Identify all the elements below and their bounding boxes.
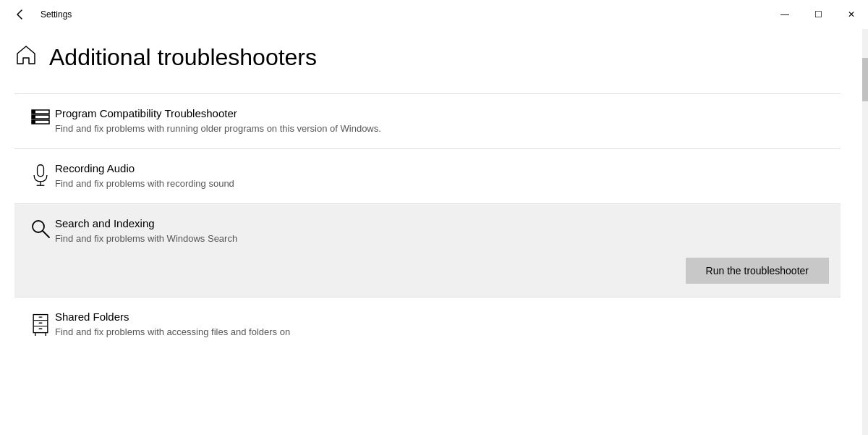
page-header: Additional troubleshooters (14, 43, 841, 72)
search-indexing-row: Search and Indexing Find and fix problem… (26, 217, 829, 245)
minimize-button[interactable]: — (768, 0, 801, 29)
page-title: Additional troubleshooters (49, 44, 317, 71)
troubleshooter-item-search-indexing[interactable]: Search and Indexing Find and fix problem… (14, 203, 841, 296)
recording-audio-icon (26, 162, 55, 187)
main-content: Additional troubleshooters (0, 29, 862, 435)
program-compat-name: Program Compatibility Troubleshooter (55, 107, 829, 119)
shared-folders-desc: Find and fix problems with accessing fil… (55, 326, 829, 339)
troubleshooter-item-shared-folders[interactable]: Shared Folders Find and fix problems wit… (14, 297, 841, 352)
search-indexing-name: Search and Indexing (55, 217, 829, 229)
recording-audio-text: Recording Audio Find and fix problems wi… (55, 162, 829, 190)
troubleshooter-list: Program Compatibility Troubleshooter Fin… (14, 93, 841, 352)
run-troubleshooter-button[interactable]: Run the troubleshooter (686, 258, 829, 284)
search-indexing-text: Search and Indexing Find and fix problem… (55, 217, 829, 245)
home-icon (14, 43, 38, 72)
content-area: Additional troubleshooters (0, 29, 868, 435)
troubleshooter-item-recording-audio[interactable]: Recording Audio Find and fix problems wi… (14, 148, 841, 203)
scrollbar-track[interactable] (862, 29, 868, 435)
back-arrow-icon (14, 9, 26, 20)
window-controls: — ☐ ✕ (768, 0, 868, 29)
shared-folders-name: Shared Folders (55, 311, 829, 323)
troubleshooter-item-program-compat[interactable]: Program Compatibility Troubleshooter Fin… (14, 93, 841, 148)
program-compat-icon (26, 107, 55, 129)
recording-audio-name: Recording Audio (55, 162, 829, 174)
svg-line-10 (43, 231, 49, 237)
settings-window: Settings — ☐ ✕ Additional troubleshooter… (0, 0, 868, 435)
scrollbar-thumb[interactable] (862, 58, 868, 101)
back-button[interactable] (9, 6, 32, 23)
search-indexing-icon (26, 217, 55, 239)
recording-audio-desc: Find and fix problems with recording sou… (55, 177, 829, 190)
title-bar-left: Settings (9, 6, 72, 23)
search-indexing-desc: Find and fix problems with Windows Searc… (55, 232, 829, 245)
window-title: Settings (41, 9, 72, 20)
svg-rect-3 (32, 110, 35, 114)
svg-rect-5 (32, 120, 35, 124)
program-compat-desc: Find and fix problems with running older… (55, 122, 829, 135)
program-compat-text: Program Compatibility Troubleshooter Fin… (55, 107, 829, 135)
svg-rect-6 (38, 165, 44, 177)
close-button[interactable]: ✕ (835, 0, 868, 29)
maximize-button[interactable]: ☐ (801, 0, 835, 29)
shared-folders-icon (26, 311, 55, 337)
shared-folders-text: Shared Folders Find and fix problems wit… (55, 311, 829, 339)
title-bar: Settings — ☐ ✕ (0, 0, 868, 29)
svg-rect-4 (32, 115, 35, 119)
